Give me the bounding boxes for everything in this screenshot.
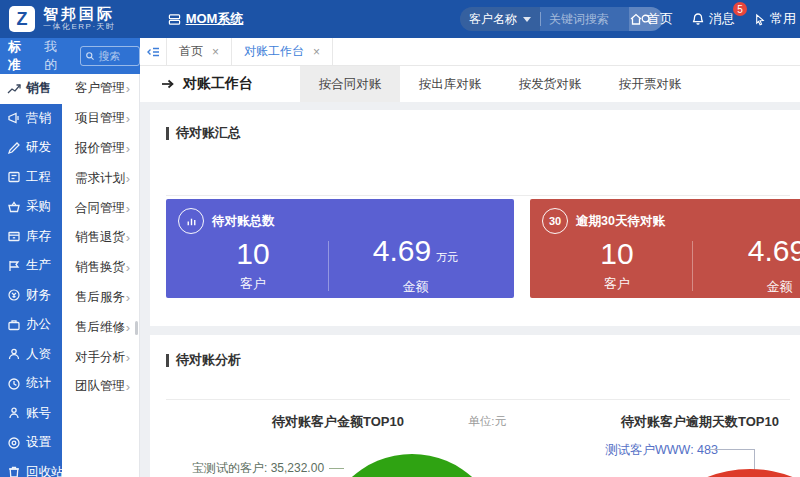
collapse-menu-button[interactable] [140,38,167,65]
kpi-amount-value: 4.69 [693,235,800,273]
overdue-pie-label[interactable]: 测试客户WWW: 483 [605,442,718,459]
top-links: 首页 消息 5 常用 [629,10,800,28]
sidebar-tab-mine[interactable]: 我的 [44,38,67,74]
sidebar-item-hr[interactable]: 人资 [0,340,62,370]
sidebar-item-production[interactable]: 生产 [0,251,62,281]
chevron-right-icon: › [126,379,130,394]
sidebar-item-recycle[interactable]: 回收站 [0,458,62,477]
overdue-pie-slice[interactable] [633,469,800,477]
sidebar-item-stats[interactable]: 统计 [0,369,62,399]
keyword-search-input[interactable] [541,12,629,26]
sidebar-tab-standard[interactable]: 标准 [8,38,31,74]
chevron-right-icon: › [126,320,130,335]
search-category-dropdown[interactable]: 客户名称 [460,7,540,31]
kpi-amount-label: 金额 [329,278,502,296]
submenu-item-sales-returns[interactable]: 销售退货› [62,223,139,253]
sidebar-item-office[interactable]: 办公 [0,310,62,340]
frequent-link[interactable]: 常用 [753,10,796,28]
kpi-customer-value: 10 [542,238,692,270]
submenu-label: 售后服务 [75,289,125,306]
submenu-item-demand-plan[interactable]: 需求计划› [62,163,139,193]
marketing-megaphone-icon [7,111,21,125]
workbench-tab-by-invoice[interactable]: 按开票对账 [600,66,700,102]
label-line [329,468,344,469]
kpi-card-body: 10 客户 4.69万元 金额 [178,235,502,296]
sidebar-item-finance[interactable]: 财务 [0,281,62,311]
home-icon [629,12,643,26]
sidebar-item-rd[interactable]: 研发 [0,133,62,163]
mom-system-link[interactable]: MOM系统 [168,10,244,28]
inventory-box-icon [7,229,21,243]
kpi-card-pending-total: 待对账总数 10 客户 4.69万元 金额 [166,199,514,298]
submenu-item-after-sales-repair[interactable]: 售后维修› [62,312,139,342]
submenu-item-quotes[interactable]: 报价管理› [62,134,139,164]
chart-titles-row: 待对账客户金额TOP10 单位:元 待对账客户逾期天数TOP10 [166,413,800,431]
workbench-tab-by-shipment[interactable]: 按发货对账 [500,66,600,102]
kpi-amount-unit: 万元 [436,251,458,263]
section-marker [166,354,169,367]
brand-name: 智邦国际 [43,6,116,23]
submenu-item-projects[interactable]: 项目管理› [62,104,139,134]
brand-logo-letter: Z [17,9,28,30]
menu-fold-icon [146,45,160,59]
amount-pie-slice[interactable] [322,454,502,477]
kpi-customer-value: 10 [178,238,328,270]
chevron-right-icon: › [126,201,130,216]
submenu-label: 团队管理 [75,378,125,395]
close-icon[interactable]: × [313,45,320,59]
module-label: 财务 [26,287,51,304]
chevron-right-icon: › [126,81,130,96]
analysis-section-title: 待对账分析 [176,351,241,369]
module-label: 销售 [26,80,51,97]
tab-reconciliation-workbench[interactable]: 对账工作台 × [232,38,333,65]
sidebar-item-inventory[interactable]: 库存 [0,222,62,252]
sidebar-item-account[interactable]: 账号 [0,399,62,429]
summary-section-header: 待对账汇总 [166,124,241,142]
sales-trend-icon [7,82,21,96]
tab-label: 对账工作台 [244,43,304,60]
module-list: 销售 营销 研发 工程 采购 库存 生产 [0,74,62,477]
workbench-title-label: 对账工作台 [183,75,253,93]
sidebar-item-purchase[interactable]: 采购 [0,192,62,222]
submenu-item-customers[interactable]: 客户管理› [62,74,139,104]
purchase-basket-icon [7,200,21,214]
workbench-tab-by-outbound[interactable]: 按出库对账 [400,66,500,102]
sidebar-item-marketing[interactable]: 营销 [0,104,62,134]
messages-link[interactable]: 消息 5 [691,10,735,28]
kpi-amount: 4.69 金额 [693,235,800,296]
amount-pie-label[interactable]: 宝测试的客户: 35,232.00 [192,460,344,477]
home-link[interactable]: 首页 [629,10,673,28]
bell-icon [691,12,705,26]
kpi-customer-label: 客户 [542,275,692,293]
chevron-right-icon: › [126,171,130,186]
brand-logo-icon: Z [9,6,35,32]
submenu-item-after-sales-service[interactable]: 售后服务› [62,283,139,313]
close-icon[interactable]: × [212,45,219,59]
sidebar-item-sales[interactable]: 销售 [0,74,62,104]
section-marker [166,127,169,140]
sidebar-item-engineering[interactable]: 工程 [0,163,62,193]
sidebar-item-settings[interactable]: 设置 [0,428,62,458]
submenu-label: 对手分析 [75,349,125,366]
tab-home[interactable]: 首页 × [167,38,232,65]
kpi-amount-value: 4.69万元 [329,235,502,273]
submenu-list: 客户管理› 项目管理› 报价管理› 需求计划› 合同管理› 销售退货› 销售换货… [62,74,140,477]
submenu-item-team-management[interactable]: 团队管理› [62,372,139,402]
summary-section-title: 待对账汇总 [176,124,241,142]
finance-coin-icon [7,288,21,302]
submenu-item-sales-exchange[interactable]: 销售换货› [62,253,139,283]
workbench-content: 待对账汇总 待对账总数 [140,102,800,477]
submenu-scrollbar-thumb[interactable] [135,321,138,335]
submenu-label: 售后维修 [75,319,125,336]
submenu-item-competitor-analysis[interactable]: 对手分析› [62,342,139,372]
sidebar-body: 销售 营销 研发 工程 采购 库存 生产 [0,74,140,477]
submenu-label: 客户管理 [75,80,125,97]
summary-panel: 待对账汇总 待对账总数 [150,110,800,326]
top-bar: Z 智邦国际 一体化ERP·天时 MOM系统 客户名称 首页 [0,0,800,38]
module-label: 办公 [26,316,51,333]
workbench-tab-by-contract[interactable]: 按合同对账 [300,66,400,102]
submenu-item-contracts[interactable]: 合同管理› [62,193,139,223]
messages-badge: 5 [733,2,747,16]
sidebar-search-input[interactable] [98,50,138,62]
search-icon [85,51,95,61]
